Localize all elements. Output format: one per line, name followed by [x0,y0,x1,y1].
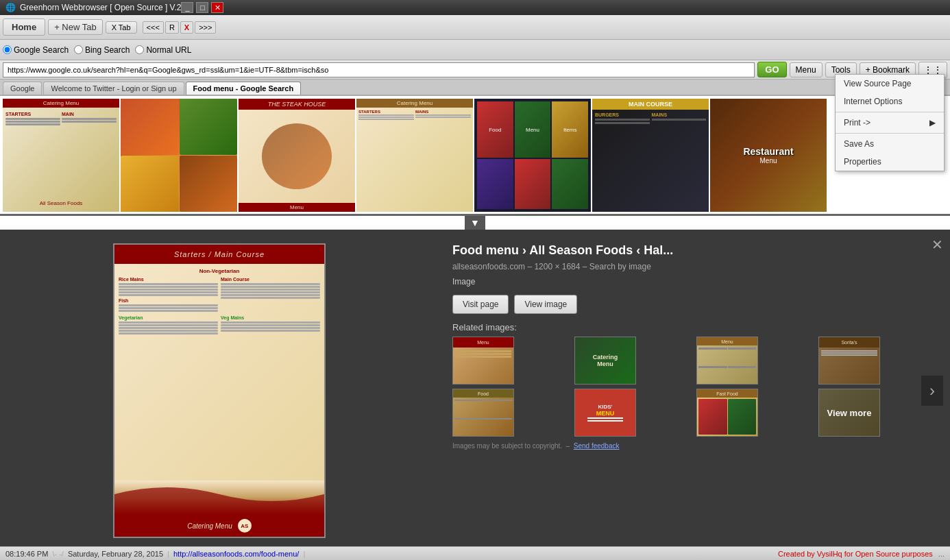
home-button[interactable]: Home [3,19,45,36]
related-images-grid: Menu CateringMenu Menu [452,337,936,437]
image-grid: Catering Menu STARTERS MAIN All Season F… [0,96,950,216]
tab-food-menu[interactable]: Food menu - Google Search [186,82,302,95]
grid-image-4[interactable]: Catering Menu STARTERS MAINS [356,99,473,212]
grid-image-3[interactable]: THE STEAK HOUSE Menu [239,99,355,212]
menu-wave [114,480,324,515]
collapse-arrow[interactable]: ▼ [465,216,485,230]
tools-dropdown-menu: View Source Page Internet Options Print … [835,74,945,171]
status-bar: 08:19:46 PM \- -/ Saturday, February 28,… [0,546,950,560]
new-tab-button[interactable]: + New Tab [48,19,103,35]
preview-image-label: Image [452,277,936,287]
browser-content: Catering Menu STARTERS MAIN All Season F… [0,96,950,560]
grid-image-7[interactable]: Restaurant Menu [710,99,827,212]
stop-button[interactable]: X [180,21,193,34]
menu-card-footer: Catering Menu AS [114,515,324,537]
preview-info-panel: Food menu › All Season Foods ‹ Hal... al… [439,230,950,552]
related-thumb-5[interactable]: Food [452,389,514,437]
status-dots: ... [938,550,945,558]
close-button[interactable]: ✕ [211,2,223,13]
bing-search-radio[interactable]: Bing Search [74,45,130,55]
tab-twitter[interactable]: Welcome to Twitter - Login or Sign up [43,82,184,95]
dropdown-save-as[interactable]: Save As [836,135,944,153]
menu-button[interactable]: Menu [790,62,823,77]
xtab-area: X Tab [106,21,137,34]
back-button[interactable]: <<< [143,21,164,34]
tab-google[interactable]: Google [3,82,42,95]
google-search-radio[interactable]: Google Search [3,45,69,55]
window-controls: _ □ ✕ [181,2,223,13]
nav-arrows: <<< R X >>> [143,21,217,34]
visit-page-button[interactable]: Visit page [452,295,509,314]
send-feedback-link[interactable]: Send feedback [574,442,620,450]
preview-section: Starters / Main Course Non-Vegetarian Ri… [0,230,950,552]
related-thumb-4[interactable]: Sorita's [818,337,880,385]
normal-url-radio[interactable]: Normal URL [135,45,191,55]
related-thumb-6[interactable]: KIDS' MENU [574,389,636,437]
go-button[interactable]: GO [757,62,786,77]
view-image-button[interactable]: View image [514,295,577,314]
grid-image-6[interactable]: MAIN COURSE BURGERS MAINS [592,99,709,212]
reload-button[interactable]: R [165,21,179,34]
related-thumb-1[interactable]: Menu [452,337,514,385]
status-url: http://allseasonfoods.com/food-menu/ [173,550,299,558]
dropdown-internet-options[interactable]: Internet Options [836,93,944,110]
menu-card-header: Starters / Main Course [114,245,324,264]
menu-preview-image: Starters / Main Course Non-Vegetarian Ri… [113,243,326,538]
related-images-label: Related images: [452,322,936,332]
related-thumb-view-more[interactable]: View more [818,389,880,437]
status-time: 08:19:46 PM [5,550,48,558]
status-date: Saturday, February 28, 2015 [68,550,163,558]
status-credit: Created by VysilHq for Open Source purpo… [778,550,933,558]
title-bar-icon: 🌐 [5,3,16,12]
related-thumb-3[interactable]: Menu [696,337,758,385]
dropdown-print[interactable]: Print -> ▶ [836,114,944,132]
tabs-bar: Google Welcome to Twitter - Login or Sig… [0,80,950,96]
preview-buttons: Visit page View image [452,295,936,314]
url-input[interactable] [3,62,755,77]
related-thumb-7[interactable]: Fast Food [696,389,758,437]
preview-image-panel: Starters / Main Course Non-Vegetarian Ri… [0,230,439,552]
title-bar: 🌐 Greenhorn Webbrowser [ Open Source ] V… [0,0,950,15]
xtab-label: X Tab [106,21,137,34]
preview-title: Food menu › All Season Foods ‹ Hal... [452,243,936,258]
copyright-notice: Images may be subject to copyright. – Se… [452,442,936,450]
forward-button[interactable]: >>> [195,21,216,34]
related-thumb-2[interactable]: CateringMenu [574,337,636,385]
menu-card-body: Non-Vegetarian Rice Mains Fish [114,264,324,480]
dropdown-separator [836,112,944,112]
close-preview-button[interactable]: ✕ [931,236,943,253]
minimize-button[interactable]: _ [181,2,193,13]
url-bar: GO Menu Tools + Bookmark ⋮⋮ [0,60,950,80]
dropdown-separator-2 [836,133,944,134]
preview-subtitle: allseasonfoods.com – 1200 × 1684 – Searc… [452,262,936,271]
grid-image-1[interactable]: Catering Menu STARTERS MAIN All Season F… [3,99,119,212]
title-text: Greenhorn Webbrowser [ Open Source ] V.2 [20,3,181,12]
grid-image-5[interactable]: Food Menu Items [474,99,591,212]
dropdown-properties[interactable]: Properties [836,153,944,171]
dropdown-view-source[interactable]: View Source Page [836,75,944,93]
next-image-button[interactable]: › [921,376,943,406]
grid-image-2[interactable] [121,99,237,212]
maximize-button[interactable]: □ [196,2,208,13]
nav-bar: Home + New Tab X Tab <<< R X >>> [0,15,950,40]
